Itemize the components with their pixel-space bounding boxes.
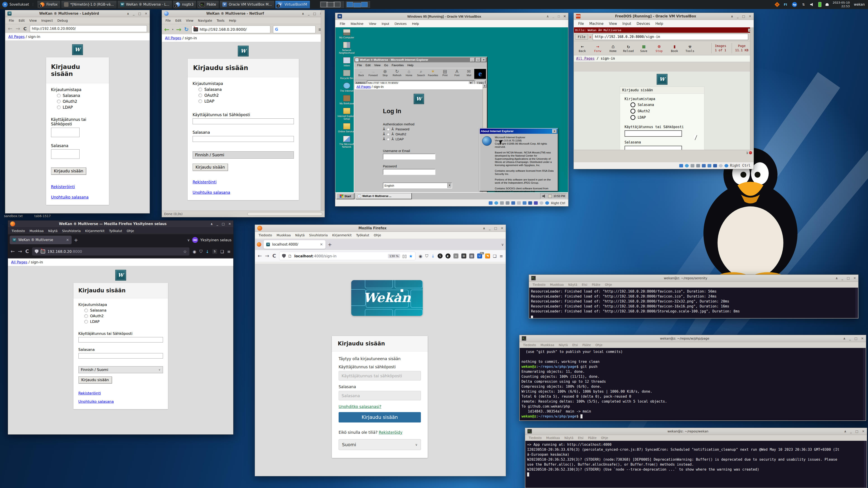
maximize-button[interactable]: □ xyxy=(222,222,225,226)
menu-item[interactable]: Devices xyxy=(392,21,409,26)
menu-item[interactable]: Pääte xyxy=(590,282,602,287)
password-manager-icon[interactable]: ◉ xyxy=(418,254,422,258)
radio-password[interactable] xyxy=(84,308,88,312)
keyboard-layout-indicator[interactable]: FI xyxy=(783,2,788,7)
language-select[interactable]: Finnish / Suomi∨ xyxy=(79,366,163,373)
new-tab-button[interactable]: + xyxy=(74,237,78,243)
clear-url-icon[interactable]: ✕ xyxy=(589,35,592,39)
volume-icon[interactable] xyxy=(810,3,814,6)
minimize-button[interactable]: _ xyxy=(470,58,475,62)
menu-item[interactable]: View xyxy=(373,63,382,67)
radio-oauth2[interactable] xyxy=(198,94,202,97)
menu-item[interactable]: Navigate xyxy=(196,18,215,23)
dialog-titlebar[interactable]: About Internet Explorer × xyxy=(480,129,558,134)
url-input[interactable]: 🗋 localhost:4000/sign-in 130 % ▯▯ ★ xyxy=(279,252,415,260)
radio-password[interactable] xyxy=(630,102,636,107)
forgot-password-link[interactable]: Unohtuiko salasana xyxy=(193,190,294,195)
close-button[interactable]: ✕ xyxy=(501,226,503,230)
download-icon[interactable]: ↓ xyxy=(206,249,209,254)
menu-item[interactable]: Inspect xyxy=(39,18,55,23)
close-button[interactable]: ✕ xyxy=(861,337,864,340)
menu-item[interactable]: File xyxy=(576,21,587,27)
terminal-screen[interactable]: (use "git push" to publish your local co… xyxy=(520,348,866,420)
all-pages-link[interactable]: All Pages xyxy=(356,85,371,89)
login-button[interactable]: Kirjaudu sisään xyxy=(51,167,86,175)
shade-button[interactable]: ∧ xyxy=(547,14,549,18)
insecure-padlock-icon[interactable] xyxy=(41,250,45,254)
password-input[interactable] xyxy=(51,149,80,159)
extension-icon[interactable]: ❏ xyxy=(493,254,497,258)
tab-localhost[interactable]: W localhost:4000/ ✕ xyxy=(264,240,326,249)
minimize-button[interactable]: _ xyxy=(737,14,739,18)
save-button[interactable]: ▦Save xyxy=(637,44,650,53)
username-input[interactable] xyxy=(383,154,435,160)
applications-menu-icon[interactable]: ✕ xyxy=(2,2,8,7)
menu-item[interactable]: Debug xyxy=(55,18,70,23)
vm-titlebar[interactable]: 95 Windows 95 [Running] - Oracle VM Virt… xyxy=(335,13,568,20)
clock[interactable]: 2023-05-1022:53 xyxy=(833,1,850,8)
battery-icon[interactable] xyxy=(818,2,822,7)
menu-item[interactable]: Näytä xyxy=(46,228,60,234)
minimize-button[interactable]: _ xyxy=(849,337,851,340)
desktop-icon[interactable]: Network Neighborhood xyxy=(337,42,357,54)
desktop-file-label[interactable]: sandbox.txt xyxy=(4,214,23,218)
forward-button[interactable]: →Forward xyxy=(368,69,379,76)
menu-item[interactable]: Edit xyxy=(16,18,27,23)
scroll-up-icon[interactable]: ▲ xyxy=(483,84,487,88)
shade-button[interactable]: ∧ xyxy=(127,12,129,15)
login-button[interactable]: Kirjaudu sisään xyxy=(193,164,228,171)
back-dropdown-icon[interactable]: ▾ xyxy=(172,28,174,31)
url-input[interactable]: http://192.168.0.20:8000/sign-in xyxy=(593,34,748,40)
taskbar-item-terminal[interactable]: >_ Pääte5 xyxy=(197,0,219,8)
menu-item[interactable]: Kirjanmerkit xyxy=(330,232,354,238)
taskbar-item-nsgtk3[interactable]: nsgtk32 xyxy=(173,0,196,8)
minimize-button[interactable]: _ xyxy=(133,12,134,15)
menu-item[interactable]: File xyxy=(337,21,348,26)
shade-button[interactable]: ∧ xyxy=(211,222,213,226)
mail-button[interactable]: ✉Mail xyxy=(463,69,474,76)
reload-icon[interactable]: C xyxy=(272,254,276,258)
language-select[interactable]: English▼ xyxy=(383,183,452,188)
vertical-scrollbar[interactable] xyxy=(750,27,753,150)
menu-item[interactable]: Help xyxy=(409,21,422,26)
terminal-screen[interactable]: => App running at: http://localhost:4000… xyxy=(525,441,867,488)
ublock-origin-icon[interactable]: U9+ xyxy=(477,254,482,258)
menu-item[interactable]: View xyxy=(184,18,196,23)
menu-item[interactable]: Ohje xyxy=(124,228,136,234)
forward-icon[interactable]: → xyxy=(18,249,22,254)
menu-item[interactable]: Näytä xyxy=(293,232,307,238)
favorites-button[interactable]: ✶Favorites xyxy=(428,69,438,76)
menu-item[interactable]: Favorites xyxy=(390,63,405,67)
password-input[interactable] xyxy=(383,169,435,175)
minimize-button[interactable]: _ xyxy=(850,429,852,433)
ie-titlebar[interactable]: e WeKan ® Multiverse - Microsoft Interne… xyxy=(354,57,487,62)
menu-item[interactable]: Machine xyxy=(587,21,606,27)
register-link[interactable]: Rekisteröinti xyxy=(51,185,104,189)
all-pages-link[interactable]: All Pages xyxy=(576,57,594,61)
select-dropdown-icon[interactable]: ▼ xyxy=(447,183,452,188)
menu-icon[interactable]: ≡ xyxy=(500,254,503,258)
menu-item[interactable]: Muokkaa xyxy=(544,435,562,441)
radio-password[interactable] xyxy=(57,94,61,97)
menu-item[interactable]: Tiedosto xyxy=(256,232,274,238)
menu-item[interactable]: Näytä xyxy=(566,282,580,287)
account-icon[interactable]: ◉ xyxy=(193,249,196,254)
all-pages-link[interactable]: All Pages xyxy=(11,260,27,264)
back-icon[interactable]: ← xyxy=(258,254,262,258)
reload-icon[interactable]: ↻ xyxy=(184,26,188,33)
shade-button[interactable]: ∧ xyxy=(483,226,485,230)
font-button[interactable]: AFont xyxy=(452,69,463,76)
dillo-titlebar[interactable]: Dillo: WeKan Â® Multiverse ✕ xyxy=(574,27,753,33)
dark-reader-icon[interactable]: ◐ xyxy=(445,254,451,258)
web-search-input[interactable]: G xyxy=(273,26,315,33)
taskbar-task-button[interactable]: e WeKan ® Multiverse ... xyxy=(356,193,412,199)
username-input[interactable] xyxy=(339,371,421,381)
close-button[interactable]: ✕ xyxy=(853,276,856,280)
menu-item[interactable]: View xyxy=(27,18,39,23)
menu-item[interactable]: File xyxy=(6,18,16,23)
reader-mode-icon[interactable]: ▯▯ xyxy=(402,254,407,258)
menu-item[interactable]: Etsi xyxy=(580,282,590,287)
tab-close-icon[interactable]: ✕ xyxy=(320,242,323,247)
file-button[interactable]: File xyxy=(575,34,588,39)
maximize-button[interactable]: □ xyxy=(847,276,850,280)
